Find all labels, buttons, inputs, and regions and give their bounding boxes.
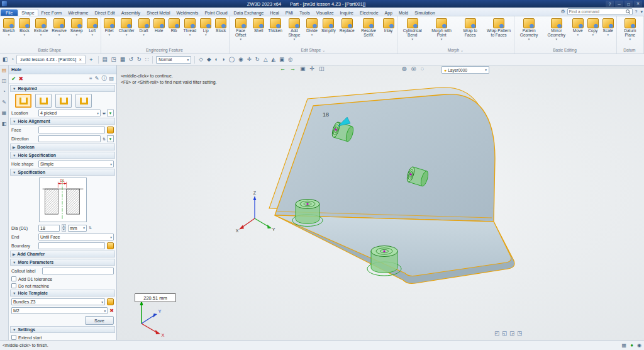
draft-button[interactable]: Draft▾ <box>136 18 152 37</box>
menu-tab-pmi[interactable]: PMI <box>282 9 296 16</box>
visual-manager-tab[interactable]: ✎ <box>2 100 6 105</box>
hole-type-taper-button[interactable] <box>35 94 52 108</box>
unit-combo[interactable]: mm▾ <box>68 225 87 232</box>
document-tab[interactable]: zw3d lesson 4.Z3 - [Part001] ✕ <box>16 55 86 64</box>
menu-tab-point-cloud[interactable]: Point Cloud <box>201 9 230 16</box>
menu-tab-heal[interactable]: Heal <box>267 9 282 16</box>
hole-type-countersink-button[interactable] <box>75 94 92 108</box>
menu-tab-simulation[interactable]: Simulation <box>411 9 438 16</box>
zoom-all-icon[interactable]: ◯ <box>228 57 236 62</box>
revolve-button[interactable]: Revolve▾ <box>50 18 68 37</box>
view-top-icon[interactable]: △ <box>263 57 269 62</box>
section-add-chamfer[interactable]: ▶Add Chamfer <box>10 251 115 257</box>
open-template-folder-icon[interactable] <box>107 298 114 305</box>
shaded-display-icon[interactable]: ◆ <box>206 57 212 62</box>
wrap-pattern-button[interactable]: Wrap Pattern to Faces <box>484 18 513 41</box>
save-icon[interactable]: ▦ <box>119 57 126 62</box>
end-combo[interactable]: Until Face▾ <box>38 234 114 240</box>
part-3d-view[interactable]: 18 Z X Y <box>117 65 644 340</box>
inlay-button[interactable]: Inlay <box>381 18 396 37</box>
move-button[interactable]: Move▾ <box>570 18 586 37</box>
face-field[interactable] <box>38 127 105 133</box>
entity-filter-icon[interactable]: ◌ <box>420 66 425 72</box>
view-iso-icon[interactable]: ◭ <box>270 57 276 62</box>
dia-field[interactable]: 18 <box>38 225 60 232</box>
rotate-view-icon[interactable]: ↻ <box>255 57 260 62</box>
extend-start-checkbox[interactable] <box>11 335 16 340</box>
section-required[interactable]: ▼Required <box>10 85 115 92</box>
view-next-icon[interactable]: → <box>289 66 296 72</box>
graphics-viewport[interactable]: 18 Z X Y <box>117 65 644 340</box>
pick-face-icon[interactable] <box>107 127 114 133</box>
viewport-split-h-icon[interactable]: ◱ <box>502 330 507 336</box>
menu-tab-file[interactable]: File <box>1 9 18 16</box>
wireframe-display-icon[interactable]: ◇ <box>198 57 204 62</box>
menu-tab-data-exchange[interactable]: Data Exchange <box>231 9 267 16</box>
morph-with-point-button[interactable]: Morph with Point▾ <box>427 18 456 41</box>
pick-filter-icon[interactable]: ▣ <box>299 66 306 72</box>
csys-display-icon[interactable]: ✛ <box>309 66 316 72</box>
command-search[interactable] <box>567 8 633 15</box>
direction-field[interactable] <box>38 135 101 142</box>
wrap-to-faces-button[interactable]: Wrap to Faces <box>456 18 484 41</box>
loft-button[interactable]: Loft▾ <box>85 18 100 37</box>
blank-entity-icon[interactable]: ◍ <box>401 66 408 72</box>
add-shape-button[interactable]: Add Shape▾ <box>284 18 304 41</box>
new-file-icon[interactable]: ▤ <box>102 57 108 62</box>
viewport-single-icon[interactable]: ◰ <box>494 330 499 336</box>
scale-button[interactable]: Scale▾ <box>601 18 616 37</box>
group-launcher-icon[interactable]: ⌄ <box>460 48 464 52</box>
expression-toggle-icon[interactable]: ⇅ <box>89 226 91 230</box>
redo-icon[interactable]: ↻ <box>136 57 142 62</box>
copy-button[interactable]: Copy▾ <box>586 18 601 37</box>
view-manager-tab[interactable]: ◔ <box>3 89 6 94</box>
menu-tab-shape[interactable]: Shape <box>18 9 38 16</box>
divide-button[interactable]: Divide▾ <box>304 18 319 37</box>
ok-button[interactable]: ✔ <box>11 76 16 82</box>
minimize-icon[interactable]: ─ <box>615 1 623 7</box>
menu-tab-sheet-metal[interactable]: Sheet Metal <box>143 9 173 16</box>
rib-button[interactable]: Rib <box>167 18 182 37</box>
viewport-split-v-icon[interactable]: ◲ <box>509 330 514 336</box>
pin-icon[interactable]: ≡ <box>89 76 92 81</box>
edit-icon[interactable]: ✎ <box>95 76 99 81</box>
section-specification[interactable]: ▼Specification <box>10 169 115 176</box>
delete-template-icon[interactable]: ✖ <box>109 308 114 313</box>
gear-icon[interactable]: ⚙ <box>560 9 565 14</box>
view-previous-icon[interactable]: ← <box>279 66 286 72</box>
dimension-label[interactable]: 18 <box>323 111 329 118</box>
cylindrical-bend-button[interactable]: Cylindrical Bend▾ <box>398 18 427 41</box>
dia-stepper[interactable]: ▴▾ <box>62 224 66 232</box>
apply-direction-icon[interactable]: ▾ <box>107 135 114 142</box>
zoom-window-icon[interactable]: ◉ <box>238 57 243 62</box>
section-settings[interactable]: ▼Settings <box>10 326 115 333</box>
search-icon[interactable] <box>626 9 631 14</box>
multi-select-icon[interactable]: ▾▾ <box>103 111 105 115</box>
section-hole-template[interactable]: ▼Hole Template <box>10 290 115 296</box>
template-item-combo[interactable]: M2▾ <box>11 307 108 314</box>
help-icon[interactable]: ? <box>606 1 614 7</box>
face-offset-button[interactable]: Face Offset▾ <box>230 18 251 41</box>
assembly-manager-tab[interactable]: ◫ <box>2 79 7 84</box>
unblank-entity-icon[interactable]: ◎ <box>411 66 417 72</box>
fillet-button[interactable]: Fillet▾ <box>102 18 117 37</box>
section-hole-specification[interactable]: ▼Hole Specification <box>10 152 115 159</box>
ribbon-help-icon[interactable]: ? <box>635 9 638 14</box>
undo-icon[interactable]: ↺ <box>128 57 134 62</box>
maximize-icon[interactable]: □ <box>625 1 633 7</box>
new-tab-icon[interactable]: + <box>87 57 94 63</box>
pick-boundary-icon[interactable] <box>107 242 114 249</box>
menu-tab-tools[interactable]: Tools <box>296 9 313 16</box>
datum-plane-button[interactable]: Datum Plane▾ <box>618 18 643 41</box>
hole-button[interactable]: Hole <box>152 18 167 37</box>
flip-direction-icon[interactable]: ⇅ <box>103 137 105 141</box>
ribbon-collapse-icon[interactable]: ▾ <box>640 9 643 14</box>
thicken-button[interactable]: Thicken <box>266 18 284 37</box>
do-not-machine-checkbox[interactable] <box>11 283 16 288</box>
location-combo[interactable]: 4 picked▾ <box>38 110 101 116</box>
mirror-geometry-button[interactable]: Mirror Geometry▾ <box>543 18 570 41</box>
close-icon[interactable]: ✕ <box>634 1 642 7</box>
hole-shape-combo[interactable]: Simple▾ <box>38 161 114 167</box>
close-tab-icon[interactable]: ✕ <box>79 57 82 62</box>
pattern-geometry-button[interactable]: Pattern Geometry▾ <box>515 18 543 41</box>
